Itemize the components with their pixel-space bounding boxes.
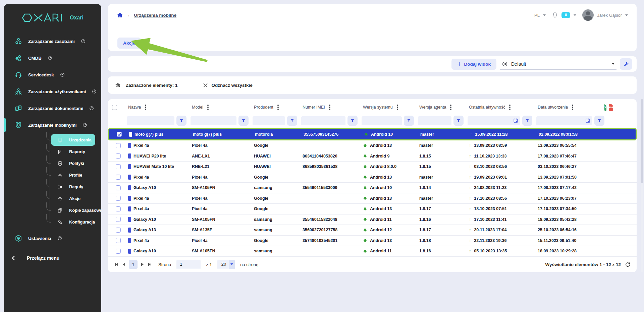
user-menu-caret-icon[interactable] <box>625 14 628 16</box>
filter-input-wersja-systemu[interactable] <box>362 116 402 125</box>
sidebar-item-ustawienia[interactable]: Ustawienia <box>4 230 101 247</box>
column-menu-icon[interactable] <box>329 107 330 108</box>
filter-input-numer-imei[interactable] <box>301 116 345 125</box>
row-checkbox[interactable] <box>116 164 121 169</box>
collapse-menu-button[interactable]: Przełącz menu <box>4 247 101 261</box>
view-settings-button[interactable] <box>620 58 632 70</box>
filter-funnel-button[interactable] <box>238 116 249 126</box>
notifications-badge[interactable]: 0 <box>561 12 570 18</box>
row-checkbox-cell <box>108 175 124 180</box>
sidebar-subitem-konfiguracja[interactable]: Konfiguracja <box>51 216 95 228</box>
table-row-huawei-p20-lite-2[interactable]: HUAWEI P20 lite ANE-LX1 HUAWEI 863411044… <box>108 151 637 162</box>
home-icon[interactable] <box>117 12 123 18</box>
first-page-button[interactable] <box>114 263 119 266</box>
select-all-checkbox[interactable] <box>112 105 117 110</box>
calendar-icon[interactable] <box>585 118 590 123</box>
row-checkbox[interactable] <box>116 143 121 148</box>
sidebar-subitem-kopie-zapasowe[interactable]: Kopie zapasowe <box>51 204 95 216</box>
filter-input-data-utworzenia[interactable] <box>538 118 585 123</box>
filter-funnel-button[interactable] <box>453 116 464 126</box>
page-size-select[interactable]: 20 <box>217 260 235 269</box>
row-checkbox[interactable] <box>116 153 121 159</box>
row-checkbox[interactable] <box>116 238 121 243</box>
export-excel-button[interactable]: X <box>604 104 606 111</box>
table-row-pixel-4a-6[interactable]: Pixel 4a Pixel 4a Google Android 13 mast… <box>108 193 637 204</box>
view-selector[interactable]: Default <box>500 58 616 70</box>
filter-input-wersja-agenta[interactable] <box>418 116 451 125</box>
table-row-huawei-mate-10-lite-3[interactable]: HUAWEI Mate 10 lite RNE-L21 HUAWEI 86859… <box>108 162 637 172</box>
deselect-all-button[interactable]: Odznacz wszystkie <box>203 83 253 88</box>
notifications-bell-icon[interactable] <box>552 12 558 18</box>
table-row-pixel-4a-4[interactable]: Pixel 4a Pixel 4a Google Android 13 mast… <box>108 172 637 183</box>
refresh-button[interactable] <box>625 262 631 267</box>
calendar-icon[interactable] <box>513 118 518 123</box>
column-menu-icon[interactable] <box>145 107 146 108</box>
table-row-galaxy-a10-11[interactable]: Galaxy A10 SM-A105FN samsung Android 11 … <box>108 246 637 257</box>
filter-funnel-button[interactable] <box>347 116 358 126</box>
selection-bar-card: Zaznaczone elementy: 1 Odznacz wszystkie <box>108 76 637 94</box>
filter-funnel-button[interactable] <box>522 116 532 126</box>
row-checkbox[interactable] <box>116 196 121 201</box>
table-row-galaxy-a10-5[interactable]: Galaxy A10 SM-A105FN samsung 35546011553… <box>108 183 637 193</box>
page-input[interactable] <box>176 260 201 269</box>
row-checkbox[interactable] <box>116 185 121 190</box>
sidebar-subitem-reguly[interactable]: Reguły <box>51 181 95 193</box>
column-menu-icon[interactable] <box>207 107 209 108</box>
prev-page-button[interactable] <box>122 263 126 266</box>
actions-button[interactable]: Akcje <box>117 38 141 49</box>
row-checkbox[interactable] <box>116 206 121 211</box>
column-menu-icon[interactable] <box>509 107 511 108</box>
row-checkbox[interactable] <box>116 249 121 254</box>
add-view-button[interactable]: Dodaj widok <box>451 59 496 70</box>
language-selector[interactable]: PL <box>534 13 540 18</box>
up-arrow-icon: ↑ <box>469 206 471 211</box>
sidebar-item-zarzadzanie-uzytkownikami[interactable]: Zarządzanie użytkownikami <box>4 83 101 100</box>
cell-model: Pixel 4a <box>188 238 250 243</box>
sidebar-item-zarzadzanie-dokumentami[interactable]: Zarządzanie dokumentami <box>4 100 101 117</box>
table-row-galaxy-a10-8[interactable]: Galaxy A10 SM-A105FN samsung 35546011582… <box>108 214 637 225</box>
column-menu-icon[interactable] <box>277 107 279 108</box>
language-caret-icon[interactable] <box>543 14 546 16</box>
row-checkbox[interactable] <box>116 217 121 222</box>
table-row-pixel-4a-1[interactable]: Pixel 4a Pixel 4a Google Android 13 mast… <box>108 140 637 151</box>
filter-funnel-button[interactable] <box>594 116 604 126</box>
device-icon <box>128 238 131 243</box>
cell-name: Pixel 4a <box>124 238 188 243</box>
column-menu-icon[interactable] <box>572 107 573 108</box>
sidebar-subitem-profile[interactable]: Profile <box>51 169 95 181</box>
sidebar-subitem-polityki[interactable]: Polityki <box>51 158 95 169</box>
sidebar-item-cmdb[interactable]: CMDB <box>4 50 101 66</box>
table-scrollbar[interactable] <box>641 99 643 272</box>
row-checkbox[interactable] <box>117 132 122 137</box>
row-checkbox[interactable] <box>116 175 121 180</box>
next-page-button[interactable] <box>140 263 145 266</box>
filter-funnel-button[interactable] <box>287 116 297 126</box>
filter-input-produdent[interactable] <box>253 116 285 125</box>
column-menu-icon[interactable] <box>397 107 398 108</box>
notifications-caret-icon[interactable] <box>574 14 576 16</box>
row-checkbox[interactable] <box>116 228 121 233</box>
sidebar-subitem-akcje[interactable]: Akcje <box>51 193 95 204</box>
table-row-pixel-4a-10[interactable]: Pixel 4a Pixel 4a Google 357480103545201… <box>108 236 637 246</box>
filter-funnel-button[interactable] <box>404 116 414 126</box>
sidebar-item-zarzadzanie-zasobami[interactable]: Zarządzanie zasobami <box>4 33 101 50</box>
table-row-pixel-4a-7[interactable]: Pixel 4a Pixel 4a Google Android 13 1.8.… <box>108 204 637 214</box>
filter-input-nazwa[interactable] <box>127 116 174 125</box>
sidebar-subitem-label: Raporty <box>69 149 85 154</box>
table-row-moto-g-7-plus-0[interactable]: moto g(7) plus moto g(7) plus motorola 3… <box>108 128 637 140</box>
sidebar-subitem-urzadzenia[interactable]: Urządzenia <box>51 134 95 146</box>
export-pdf-button[interactable]: PDF <box>609 104 613 111</box>
last-page-button[interactable] <box>147 263 152 266</box>
filter-input-ostatnia-aktywnosc[interactable] <box>470 118 513 123</box>
column-menu-icon[interactable] <box>450 107 451 108</box>
filter-funnel-button[interactable] <box>176 116 186 126</box>
table-row-galaxy-a13-9[interactable]: Galaxy A13 SM-A135F samsung 356002720127… <box>108 225 637 236</box>
breadcrumb-link[interactable]: Urządzenia mobilne <box>134 13 176 18</box>
user-avatar[interactable] <box>582 9 594 21</box>
filter-input-model[interactable] <box>191 116 236 125</box>
scrollbar-thumb[interactable] <box>641 99 643 183</box>
sidebar-item-servicedesk[interactable]: Servicedesk <box>4 66 101 83</box>
sidebar-item-zarzadzanie-mobilnymi[interactable]: Zarządzanie mobilnymi <box>4 117 101 133</box>
sidebar-subitem-raporty[interactable]: Raporty <box>51 146 95 158</box>
current-page-button[interactable]: 1 <box>129 260 138 269</box>
